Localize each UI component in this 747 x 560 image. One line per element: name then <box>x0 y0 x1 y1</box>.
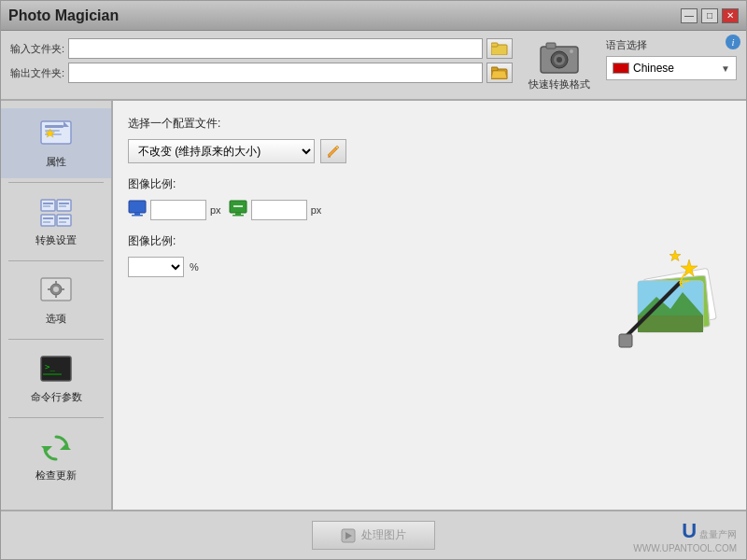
language-section: 语言选择 Chinese ▼ <box>606 38 737 80</box>
sidebar-label-options: 选项 <box>46 312 66 326</box>
check-update-icon <box>37 431 75 465</box>
svg-rect-44 <box>132 215 143 217</box>
svg-rect-9 <box>546 43 556 49</box>
cmd-svg-icon: >_ <box>39 355 73 385</box>
sidebar-item-cmd-params[interactable]: >_ 命令行参数 <box>1 343 111 413</box>
options-icon <box>37 274 75 308</box>
deco-svg <box>610 245 731 367</box>
quick-convert-section[interactable]: 快速转换格式 <box>522 38 597 91</box>
properties-icon <box>37 118 75 151</box>
config-section: 选择一个配置文件: 不改变 (维持原来的大小) <box>128 116 731 163</box>
percent-select[interactable] <box>128 257 184 277</box>
quick-convert-icon <box>537 38 582 76</box>
monitor-svg-icon <box>128 200 147 217</box>
info-icon[interactable]: i <box>726 35 740 49</box>
content-area: 选择一个配置文件: 不改变 (维持原来的大小) 图 <box>113 101 746 510</box>
config-row: 不改变 (维持原来的大小) <box>128 139 731 163</box>
input-folder-field[interactable] <box>68 38 483 59</box>
monitor-icon <box>128 200 147 220</box>
config-select[interactable]: 不改变 (维持原来的大小) <box>128 139 315 163</box>
input-folder-browse-button[interactable] <box>486 38 513 59</box>
width-input-wrapper: px <box>128 200 221 220</box>
height-px-label: px <box>311 204 322 216</box>
main-area: 属性 <box>1 101 746 510</box>
svg-rect-12 <box>45 125 63 128</box>
language-select[interactable]: Chinese ▼ <box>606 56 737 80</box>
output-folder-row: 输出文件夹: <box>10 63 513 83</box>
sidebar-item-properties[interactable]: 属性 <box>1 108 111 178</box>
sidebar-item-convert-settings[interactable]: 转换设置 <box>1 187 111 257</box>
quick-convert-label: 快速转换格式 <box>529 77 590 91</box>
window-title: Photo Magician <box>8 7 681 24</box>
svg-rect-27 <box>59 217 69 219</box>
size-section: 图像比例: px <box>128 176 731 220</box>
output-folder-browse-button[interactable] <box>486 63 513 83</box>
svg-text:>_: >_ <box>45 362 55 371</box>
watermark: U 盘量产网 WWW.UPANTOOL.COM <box>633 519 737 553</box>
process-button-label: 处理图片 <box>361 527 406 543</box>
link-svg-icon <box>229 200 247 217</box>
sidebar-label-check-update: 检查更新 <box>35 469 77 483</box>
options-svg-icon <box>39 276 73 306</box>
edit-icon <box>326 144 341 159</box>
percent-label: % <box>190 261 199 273</box>
output-folder-label: 输出文件夹: <box>10 66 64 80</box>
sidebar-divider-3 <box>8 339 104 340</box>
sidebar-label-cmd-params: 命令行参数 <box>31 390 82 404</box>
config-edit-button[interactable] <box>320 139 346 163</box>
window-controls: — □ ✕ <box>681 8 739 23</box>
svg-rect-28 <box>59 221 66 223</box>
svg-rect-23 <box>41 215 55 226</box>
watermark-url: WWW.UPANTOOL.COM <box>633 543 737 553</box>
svg-rect-13 <box>45 130 60 132</box>
input-folder-label: 输入文件夹: <box>10 42 64 56</box>
width-px-label: px <box>210 204 221 216</box>
camera-icon <box>539 39 580 75</box>
folder-icon <box>491 42 508 55</box>
folder-open-icon <box>491 66 508 79</box>
width-input[interactable] <box>150 200 206 220</box>
minimize-button[interactable]: — <box>681 8 698 23</box>
language-name: Chinese <box>633 62 717 75</box>
svg-point-31 <box>53 287 59 292</box>
svg-rect-25 <box>43 221 50 223</box>
maximize-button[interactable]: □ <box>701 8 718 23</box>
link-icon <box>229 200 247 220</box>
process-button[interactable]: 处理图片 <box>312 521 435 550</box>
sidebar-item-check-update[interactable]: 检查更新 <box>1 422 111 492</box>
sidebar-label-properties: 属性 <box>46 155 66 169</box>
svg-rect-18 <box>43 203 53 204</box>
svg-rect-1 <box>491 43 498 47</box>
watermark-logo: U <box>682 519 697 542</box>
svg-rect-14 <box>45 133 62 135</box>
sidebar-item-options[interactable]: 选项 <box>1 265 111 335</box>
process-icon <box>341 528 356 543</box>
height-input[interactable] <box>251 200 307 220</box>
output-folder-field[interactable] <box>68 63 483 83</box>
close-button[interactable]: ✕ <box>722 8 739 23</box>
svg-rect-3 <box>491 67 498 71</box>
svg-rect-19 <box>43 205 50 207</box>
svg-rect-21 <box>59 203 69 204</box>
svg-point-8 <box>557 57 562 63</box>
deco-image <box>610 245 731 367</box>
file-inputs: 输入文件夹: 输出文件夹: <box>10 38 513 83</box>
flag-icon <box>613 63 629 74</box>
convert-settings-icon <box>37 196 75 230</box>
sidebar-divider-2 <box>8 260 104 261</box>
svg-rect-38 <box>43 373 62 375</box>
sidebar-divider-4 <box>8 417 104 418</box>
config-section-label: 选择一个配置文件: <box>128 116 731 132</box>
sidebar-label-convert-settings: 转换设置 <box>35 233 77 247</box>
size-section-label: 图像比例: <box>128 176 731 192</box>
svg-rect-22 <box>59 205 66 207</box>
dropdown-arrow-icon: ▼ <box>721 63 730 74</box>
svg-rect-42 <box>129 201 146 213</box>
update-svg-icon <box>39 433 73 463</box>
height-input-wrapper: px <box>229 200 322 220</box>
titlebar: Photo Magician — □ ✕ <box>1 1 746 31</box>
svg-marker-39 <box>60 444 71 450</box>
input-folder-row: 输入文件夹: <box>10 38 513 59</box>
svg-marker-56 <box>669 250 681 261</box>
svg-rect-24 <box>43 217 53 219</box>
